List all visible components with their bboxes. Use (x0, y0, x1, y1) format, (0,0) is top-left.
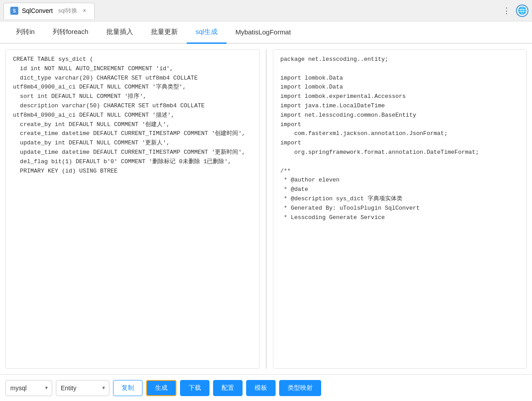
tab-col-in[interactable]: 列转in (7, 21, 44, 44)
app-name: SqlConvert (22, 7, 53, 14)
tab-name: sql转换 (58, 7, 77, 15)
type-map-button[interactable]: 类型映射 (279, 380, 321, 396)
app-icon: S (10, 7, 18, 15)
title-bar-right: ⋮ 🌐 (503, 4, 528, 17)
tab-batch-update[interactable]: 批量更新 (142, 21, 187, 44)
panel-divider (265, 49, 268, 369)
globe-icon[interactable]: 🌐 (516, 4, 528, 17)
db-select-wrapper: mysql postgresql sqlite oracle ▼ (5, 380, 52, 396)
title-bar: S SqlConvert sql转换 × ⋮ 🌐 (0, 0, 532, 21)
download-button[interactable]: 下载 (180, 380, 209, 396)
left-code-panel[interactable]: CREATE TABLE sys_dict ( id int NOT NULL … (5, 49, 260, 369)
nav-bar: 列转in 列转foreach 批量插入 批量更新 sql生成 MybatisLo… (0, 21, 532, 44)
menu-dots-icon[interactable]: ⋮ (503, 6, 511, 16)
tab-batch-insert[interactable]: 批量插入 (97, 21, 142, 44)
divider-line (266, 49, 267, 369)
main-content: CREATE TABLE sys_dict ( id int NOT NULL … (0, 44, 532, 374)
tab-close-button[interactable]: × (81, 7, 88, 14)
config-button[interactable]: 配置 (213, 380, 243, 396)
type-select-wrapper: Entity Mapper Service Controller VO DTO … (56, 380, 109, 396)
tab-sql-gen[interactable]: sql生成 (187, 21, 226, 44)
generate-button[interactable]: 生成 (146, 380, 176, 396)
template-button[interactable]: 模板 (246, 380, 276, 396)
copy-button[interactable]: 复制 (113, 380, 142, 396)
type-select[interactable]: Entity Mapper Service Controller VO DTO (56, 380, 109, 396)
app-tab[interactable]: S SqlConvert sql转换 × (4, 3, 95, 19)
bottom-bar: mysql postgresql sqlite oracle ▼ Entity … (0, 374, 532, 401)
tab-mybatis-log[interactable]: MybatisLogFormat (226, 21, 300, 44)
tab-col-foreach[interactable]: 列转foreach (44, 21, 97, 44)
right-code-panel[interactable]: package net.lesscoding..entity; import l… (273, 49, 527, 369)
db-select[interactable]: mysql postgresql sqlite oracle (5, 380, 52, 396)
